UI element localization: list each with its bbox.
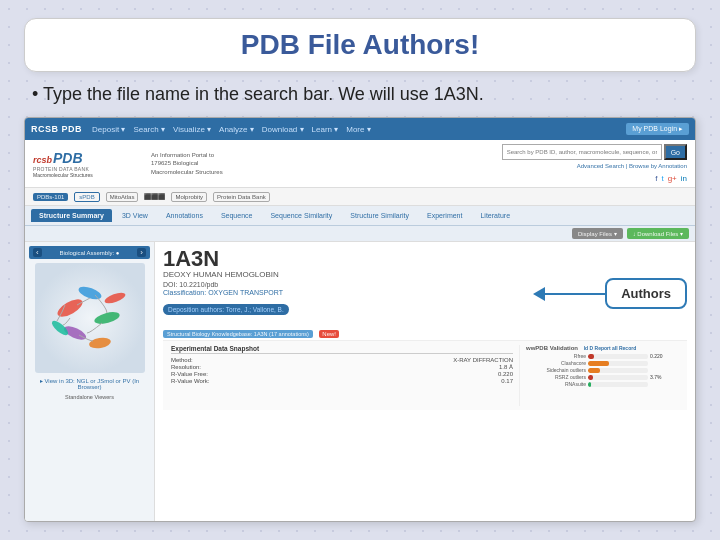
tab-literature[interactable]: Literature bbox=[472, 209, 518, 222]
method-row: Method: X-RAY DIFFRACTION bbox=[171, 356, 513, 363]
pdb-logo-area: rcsb PDB PROTEIN DATA BANK Macromolecula… bbox=[33, 150, 143, 178]
partner-row: PDBs-101 sPDB MitoAtlas ⬛⬛⬛ Molprobity P… bbox=[25, 188, 695, 206]
twitter-icon[interactable]: t bbox=[661, 174, 663, 183]
deposition-authors-pill: Deposition authors: Torre, J.; Vallone, … bbox=[163, 304, 289, 315]
val-label-clashscore: Clashscore bbox=[526, 360, 586, 366]
nav-logo: RCSB PDB bbox=[31, 124, 82, 134]
social-icons: f t g+ in bbox=[655, 174, 687, 183]
tab-experiment[interactable]: Experiment bbox=[419, 209, 470, 222]
linkedin-icon[interactable]: in bbox=[681, 174, 687, 183]
nav-more[interactable]: More ▾ bbox=[346, 125, 370, 134]
display-files-button[interactable]: Display Files ▾ bbox=[572, 228, 623, 239]
val-bar-bg-clashscore bbox=[588, 361, 648, 366]
nav-learn[interactable]: Learn ▾ bbox=[312, 125, 339, 134]
download-files-button[interactable]: ↓ Download Files ▾ bbox=[627, 228, 689, 239]
facebook-icon[interactable]: f bbox=[655, 174, 657, 183]
rwork-value: 0.17 bbox=[501, 378, 513, 384]
tab-struct-similarity[interactable]: Structure Similarity bbox=[342, 209, 417, 222]
val-row-clashscore: Clashscore bbox=[526, 360, 679, 366]
bullet-point: • Type the file name in the search bar. … bbox=[24, 84, 696, 105]
val-bar-fill-rfree bbox=[588, 354, 594, 359]
partner-mitoatlas[interactable]: MitoAtlas bbox=[106, 192, 139, 202]
exp-data-panel: Experimental Data Snapshot Method: X-RAY… bbox=[171, 345, 513, 406]
slide-container: PDB File Authors! • Type the file name i… bbox=[0, 0, 720, 540]
authors-arrow-line bbox=[545, 293, 605, 295]
val-bar-fill-rnasuite bbox=[588, 382, 591, 387]
data-section: Experimental Data Snapshot Method: X-RAY… bbox=[163, 340, 687, 410]
nav-visualize[interactable]: Visualize ▾ bbox=[173, 125, 211, 134]
val-bar-bg-sidechain bbox=[588, 368, 648, 373]
content-area: ‹ Biological Assembly: ● › bbox=[25, 242, 695, 521]
validation-panel: wwPDB Validation ld D Report all Record … bbox=[519, 345, 679, 406]
protein-svg bbox=[35, 263, 145, 373]
tab-structure-summary[interactable]: Structure Summary bbox=[31, 209, 112, 222]
pdb-logo-sub2: Macromolecular Structures bbox=[33, 172, 93, 178]
authors-bubble: Authors bbox=[605, 278, 687, 309]
authors-arrow-container: Authors bbox=[533, 278, 687, 309]
wwpdb-label: wwPDB Validation bbox=[526, 345, 578, 351]
next-assembly-arrow[interactable]: › bbox=[137, 248, 146, 257]
entry-id-block: 1A3N DEOXY HUMAN HEMOGLOBIN DOI: 10.2210… bbox=[163, 248, 289, 318]
val-bar-bg-rsrz bbox=[588, 375, 648, 380]
structure-image bbox=[35, 263, 145, 373]
pdb-desc: An Information Portal to 179625 Biologic… bbox=[151, 151, 223, 176]
tab-sequence[interactable]: Sequence bbox=[213, 209, 261, 222]
entry-id: 1A3N bbox=[163, 248, 289, 270]
rfree-label: R-Value Free: bbox=[171, 371, 208, 377]
val-row-sidechain: Sidechain outliers bbox=[526, 367, 679, 373]
val-bar-bg-rnasuite bbox=[588, 382, 648, 387]
slide-title: PDB File Authors! bbox=[241, 29, 480, 60]
val-bar-bg-rfree bbox=[588, 354, 648, 359]
google-icon[interactable]: g+ bbox=[668, 174, 677, 183]
pdb-header: rcsb PDB PROTEIN DATA BANK Macromolecula… bbox=[25, 140, 695, 188]
partner-pdbs101[interactable]: PDBs-101 bbox=[33, 193, 68, 201]
val-row-rnasuite: RNAsuite bbox=[526, 381, 679, 387]
val-bar-fill-clashscore bbox=[588, 361, 609, 366]
nav-links: Deposit ▾ Search ▾ Visualize ▾ Analyze ▾… bbox=[92, 125, 371, 134]
search-row: Go bbox=[502, 144, 687, 160]
method-value: X-RAY DIFFRACTION bbox=[453, 357, 513, 363]
tab-annotations[interactable]: Annotations bbox=[158, 209, 211, 222]
download-bar: Display Files ▾ ↓ Download Files ▾ bbox=[25, 226, 695, 242]
nav-search[interactable]: Search ▾ bbox=[133, 125, 165, 134]
tab-seq-similarity[interactable]: Sequence Similarity bbox=[262, 209, 340, 222]
val-row-rfree: Rfree 0.220 bbox=[526, 353, 679, 359]
bio-assembly-bar: ‹ Biological Assembly: ● › bbox=[29, 246, 150, 259]
search-input[interactable] bbox=[502, 144, 662, 160]
structure-panel: ‹ Biological Assembly: ● › bbox=[25, 242, 155, 521]
standalone-viewers[interactable]: Standalone Viewers bbox=[65, 394, 114, 400]
prev-assembly-arrow[interactable]: ‹ bbox=[33, 248, 42, 257]
tab-bar: Structure Summary 3D View Annotations Se… bbox=[25, 206, 695, 226]
partner-pdb[interactable]: Protein Data Bank bbox=[213, 192, 270, 202]
nav-deposit[interactable]: Deposit ▾ bbox=[92, 125, 125, 134]
resolution-label: Resolution: bbox=[171, 364, 201, 370]
info-panel: 1A3N DEOXY HUMAN HEMOGLOBIN DOI: 10.2210… bbox=[155, 242, 695, 521]
val-bar-fill-sidechain bbox=[588, 368, 600, 373]
struct-bio-bar[interactable]: Structural Biology Knowledgebase: 1A3N (… bbox=[163, 330, 313, 338]
view-3d-link[interactable]: ▸ View in 3D: NGL or JSmol or PV (In Bro… bbox=[29, 377, 150, 390]
login-button[interactable]: My PDB Login ▸ bbox=[626, 123, 689, 135]
struct-bio-bar-area: Structural Biology Knowledgebase: 1A3N (… bbox=[163, 322, 687, 340]
authors-pointer bbox=[533, 287, 545, 301]
rfree-value: 0.220 bbox=[498, 371, 513, 377]
val-pct-rsrz: 3.7% bbox=[650, 374, 670, 380]
nav-bar: RCSB PDB Deposit ▾ Search ▾ Visualize ▾ … bbox=[25, 118, 695, 140]
val-report-links[interactable]: ld D Report all Record bbox=[584, 345, 637, 351]
partner-others: ⬛⬛⬛ bbox=[144, 193, 165, 200]
exp-data-header: Experimental Data Snapshot bbox=[171, 345, 513, 354]
val-label-rsrz: RSRZ outliers bbox=[526, 374, 586, 380]
browser-screenshot: RCSB PDB Deposit ▾ Search ▾ Visualize ▾ … bbox=[24, 117, 696, 522]
val-pct-rfree: 0.220 bbox=[650, 353, 670, 359]
nav-download[interactable]: Download ▾ bbox=[262, 125, 304, 134]
resolution-row: Resolution: 1.8 Å bbox=[171, 363, 513, 370]
val-label-rfree: Rfree bbox=[526, 353, 586, 359]
entry-classification: Classification: OXYGEN TRANSPORT bbox=[163, 289, 289, 296]
partner-molprobity[interactable]: Molprobity bbox=[171, 192, 207, 202]
nav-analyze[interactable]: Analyze ▾ bbox=[219, 125, 254, 134]
go-button[interactable]: Go bbox=[664, 144, 687, 160]
val-label-rnasuite: RNAsuite bbox=[526, 381, 586, 387]
adv-search-link[interactable]: Advanced Search | Browse by Annotation bbox=[577, 163, 687, 169]
partner-spdb[interactable]: sPDB bbox=[74, 192, 99, 202]
tab-3d-view[interactable]: 3D View bbox=[114, 209, 156, 222]
bullet-text: • Type the file name in the search bar. … bbox=[32, 84, 484, 104]
